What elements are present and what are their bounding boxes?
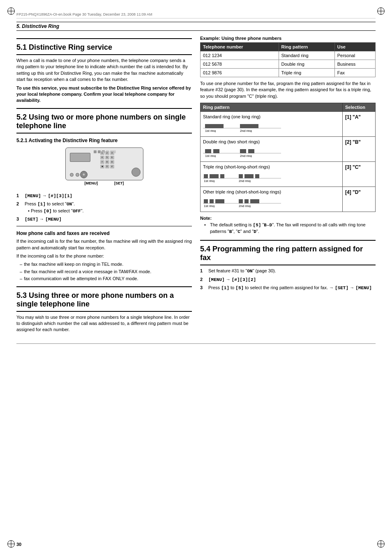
ring-pattern-standard-svg: 1st ring 2nd ring — [203, 121, 281, 132]
chapter-header: 5. Distinctive Ring — [16, 22, 376, 31]
section-54: 5.4 Programming the ring pattern assigne… — [200, 240, 376, 291]
svg-text:2nd ring: 2nd ring — [240, 129, 252, 132]
example-row1-tel: 012 1234 — [201, 51, 279, 60]
note-text: The default setting is [5] "B-D". The fa… — [210, 222, 376, 235]
section-51-body2: To use this service, you must subscribe … — [16, 85, 192, 104]
fax-display — [70, 153, 90, 162]
ring-pattern-table: Ring pattern Selection Standard ring (on… — [200, 103, 376, 212]
step54-1: 1 Set feature #31 to "ON" (page 30). — [200, 268, 376, 274]
ring-pattern-triple-svg: 1st ring 2nd ring — [203, 171, 281, 182]
divider-53 — [16, 286, 192, 287]
ring-row3-name: Triple ring (short-long-short rings) — [203, 164, 270, 169]
svg-rect-14 — [220, 174, 224, 178]
example-row1-use: Personal — [334, 51, 375, 60]
note-item-1: • The default setting is [5] "B-D". The … — [204, 222, 376, 235]
fax-circle-2 — [76, 173, 79, 177]
note-list: • The default setting is [5] "B-D". The … — [204, 222, 376, 235]
left-column: 5.1 Distinctive Ring service When a call… — [16, 36, 192, 335]
dash-2-text: the fax machine will record a voice mess… — [24, 269, 151, 275]
step-1-text: [MENU] → [#][3][1] — [25, 193, 192, 199]
step-3: 3 [SET] → [MENU] — [16, 216, 192, 223]
divider-52b — [16, 133, 192, 134]
ring-row-2: Double ring (two short rings) 1st ring — [201, 137, 376, 162]
example-row-1: 012 1234 Standard ring Personal — [201, 51, 376, 60]
svg-text:2nd ring: 2nd ring — [240, 154, 252, 157]
ring-row4-name: Other triple ring (short-short-long ring… — [203, 189, 281, 194]
step-2: 2 Press [1] to select "ON". • Press [0] … — [16, 201, 192, 214]
page: FP215-PNQX1896ZA-OI-en.book Page 30 Tues… — [0, 0, 392, 555]
svg-rect-1 — [240, 124, 258, 128]
svg-rect-22 — [210, 199, 214, 203]
ring-row4-selection: [4] "D" — [343, 187, 376, 212]
ring-row2-name: Double ring (two short rings) — [203, 139, 260, 144]
svg-rect-5 — [205, 149, 211, 153]
step-1-num: 1 — [16, 193, 22, 199]
example-row1-ring: Standard ring — [279, 51, 334, 60]
key-1: 1 — [100, 151, 104, 155]
divider-how-calls — [16, 226, 192, 226]
section-53-title: 5.3 Using three or more phone numbers on… — [16, 291, 192, 309]
ring-row-4: Other triple ring (short-short-long ring… — [201, 187, 376, 212]
step54-3-num: 3 — [200, 285, 206, 291]
dash-3-dash: – — [20, 276, 22, 282]
example-table: Telephone number Ring pattern Use 012 12… — [200, 42, 376, 77]
steps-521: 1 [MENU] → [#][3][1] 2 Press [1] to sele… — [16, 193, 192, 223]
step-3-text: [SET] → [MENU] — [25, 216, 192, 223]
note-box: Note: • The default setting is [5] "B-D"… — [200, 215, 376, 235]
dash-list: – the fax machine will keep on ringing i… — [20, 261, 192, 282]
divider-53b — [16, 311, 192, 312]
svg-rect-15 — [239, 174, 243, 178]
bottom-divider — [16, 343, 376, 344]
step-3-num: 3 — [16, 216, 22, 223]
note-bullet: • — [204, 222, 208, 235]
section-521-title: 5.2.1 Activating the Distinctive Ring fe… — [16, 138, 192, 143]
fax-machine-image: 1 2 3 4 5 6 7 8 9 ✱ 0 # — [63, 147, 145, 189]
fax-circle-1 — [70, 173, 74, 177]
ring-row1-selection: [1] "A" — [343, 112, 376, 137]
dash-item-3: – fax communication will be attempted in… — [20, 276, 192, 282]
key-9: 9 — [110, 160, 114, 164]
example-col-ring: Ring pattern — [279, 43, 334, 51]
step54-2: 2 [MENU] → [#][3][2] — [200, 276, 376, 283]
dash-item-1: – the fax machine will keep on ringing i… — [20, 261, 192, 267]
dash-1-text: the fax machine will keep on ringing in … — [24, 261, 123, 267]
example-title: Example: Using three phone numbers — [200, 36, 376, 41]
fax-label-set: [SET] — [114, 181, 124, 185]
step54-3-text: Press [1] to [5] to select the ring patt… — [208, 285, 376, 291]
svg-rect-23 — [215, 199, 224, 203]
example-row-2: 012 5678 Double ring Business — [201, 60, 376, 69]
ring-row3-pattern: Triple ring (short-long-short rings) — [201, 162, 343, 187]
example-row2-ring: Double ring — [279, 60, 334, 69]
example-row-3: 012 9876 Triple ring Fax — [201, 69, 376, 77]
svg-rect-6 — [213, 149, 219, 153]
example-row3-use: Fax — [334, 69, 375, 77]
example-row2-tel: 012 5678 — [201, 60, 279, 69]
ring-row4-pattern: Other triple ring (short-short-long ring… — [201, 187, 343, 212]
example-body: To use one phone number for the fax, pro… — [200, 81, 376, 99]
dash-item-2: – the fax machine will record a voice me… — [20, 269, 192, 275]
key-star: ✱ — [100, 165, 104, 168]
svg-text:1st ring: 1st ring — [205, 154, 216, 157]
svg-rect-21 — [204, 199, 208, 203]
section-54-title: 5.4 Programming the ring pattern assigne… — [200, 245, 376, 262]
file-info: FP215-PNQX1896ZA-OI-en.book Page 30 Tues… — [16, 12, 376, 18]
section-51-body1: When a call is made to one of your phone… — [16, 58, 192, 83]
ring-row-3: Triple ring (short-long-short rings) — [201, 162, 376, 187]
step54-1-text: Set feature #31 to "ON" (page 30). — [208, 268, 376, 274]
two-column-layout: 5.1 Distinctive Ring service When a call… — [16, 36, 376, 335]
key-2: 2 — [105, 151, 109, 155]
ring-row-1: Standard ring (one long ring) 1st r — [201, 112, 376, 137]
svg-rect-0 — [205, 124, 224, 128]
fax-labels: [MENU] [SET] — [63, 181, 145, 185]
how-calls-body1: If the incoming call is for the fax numb… — [16, 238, 192, 251]
dash-3-text: fax communication will be attempted in F… — [24, 276, 138, 282]
ring-row1-pattern: Standard ring (one long ring) 1st r — [201, 112, 343, 137]
section-51-title: 5.1 Distinctive Ring service — [16, 43, 192, 52]
ring-pattern-double-svg: 1st ring 2nd ring — [203, 146, 281, 157]
svg-rect-16 — [244, 174, 254, 178]
key-8: 8 — [105, 160, 109, 164]
example-row2-use: Business — [334, 60, 375, 69]
svg-text:2nd ring: 2nd ring — [239, 179, 251, 182]
nav-button: ⊕ — [80, 171, 88, 178]
key-hash: # — [110, 165, 114, 168]
